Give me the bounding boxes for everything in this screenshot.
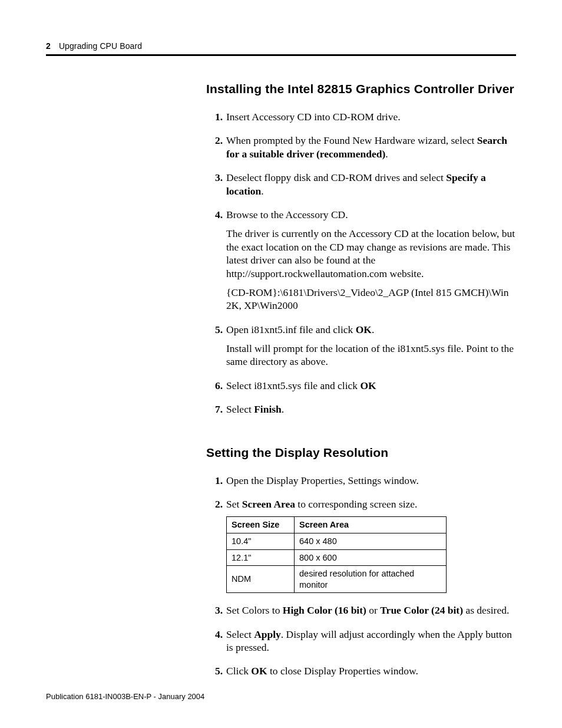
resolution-table: Screen SizeScreen Area10.4"640 x 48012.1… [226, 516, 447, 593]
table-cell: 640 x 480 [295, 533, 447, 549]
text-run: Set [226, 498, 242, 510]
section-heading: Setting the Display Resolution [206, 446, 516, 460]
step-item: Set Colors to High Color (16 bit) or Tru… [206, 604, 516, 617]
text-run: Install will prompt for the location of … [226, 342, 514, 367]
step-item: When prompted by the Found New Hardware … [206, 134, 516, 160]
text-run: to corresponding screen size. [295, 498, 418, 510]
table-row: 12.1"800 x 600 [227, 549, 447, 566]
table-cell: 800 x 600 [295, 549, 447, 566]
table-cell: 10.4" [227, 533, 295, 549]
text-run: True Color (24 bit) [380, 604, 463, 616]
text-run: Apply [254, 628, 281, 640]
step-item: Browse to the Accessory CD.The driver is… [206, 208, 516, 312]
text-run: OK [360, 380, 376, 391]
text-run: or [366, 604, 380, 616]
steps-list: Open the Display Properties, Settings wi… [206, 474, 516, 678]
step-item: Select Finish. [206, 403, 516, 416]
steps-list: Insert Accessory CD into CD-ROM drive.Wh… [206, 110, 516, 416]
step-item: Set Screen Area to corresponding screen … [206, 498, 516, 593]
step-paragraph: Install will prompt for the location of … [226, 342, 516, 368]
step-item: Insert Accessory CD into CD-ROM drive. [206, 110, 516, 123]
table-cell: desired resolution for attached monitor [295, 566, 447, 593]
text-run: as desired. [463, 604, 509, 616]
text-run: to close Display Properties window. [267, 665, 418, 677]
text-run: OK [356, 324, 372, 335]
text-run: OK [251, 665, 267, 677]
step-item: Click OK to close Display Properties win… [206, 664, 516, 677]
running-title: Upgrading CPU Board [59, 41, 142, 51]
content-column: Installing the Intel 82815 Graphics Cont… [206, 82, 516, 678]
step-item: Deselect floppy disk and CD-ROM drives a… [206, 171, 516, 197]
table-row: NDMdesired resolution for attached monit… [227, 566, 447, 593]
text-run: Select [226, 628, 254, 640]
text-run: When prompted by the Found New Hardware … [226, 134, 477, 146]
text-run: Deselect floppy disk and CD-ROM drives a… [226, 172, 446, 183]
table-cell: 12.1" [227, 549, 295, 566]
table-cell: NDM [227, 566, 295, 593]
table-header: Screen Size [227, 517, 295, 533]
step-item: Open i81xnt5.inf file and click OK.Insta… [206, 323, 516, 368]
text-run: The driver is currently on the Accessory… [226, 228, 515, 279]
text-run: Finish [254, 403, 282, 415]
section-heading: Installing the Intel 82815 Graphics Cont… [206, 82, 516, 96]
step-item: Open the Display Properties, Settings wi… [206, 474, 516, 487]
running-header: 2Upgrading CPU Board [46, 41, 516, 51]
text-run: Select [226, 403, 254, 415]
text-run: Browse to the Accessory CD. [226, 209, 348, 220]
step-item: Select Apply. Display will adjust accord… [206, 628, 516, 654]
text-run: Insert Accessory CD into CD-ROM drive. [226, 111, 401, 123]
text-run: Set Colors to [226, 604, 283, 616]
text-run: Open the Display Properties, Settings wi… [226, 475, 419, 486]
text-run: . [385, 148, 388, 160]
page: 2Upgrading CPU Board Installing the Inte… [0, 0, 562, 728]
text-run: Select i81xnt5.sys file and click [226, 380, 360, 391]
header-rule [46, 54, 516, 56]
text-run: High Color (16 bit) [283, 604, 366, 616]
text-run: Screen Area [242, 498, 295, 510]
text-run: . [261, 185, 263, 197]
text-run: . [372, 324, 374, 335]
text-run: Open i81xnt5.inf file and click [226, 324, 356, 335]
table-row: 10.4"640 x 480 [227, 533, 447, 549]
step-paragraph: The driver is currently on the Accessory… [226, 227, 516, 280]
text-run: Click [226, 665, 251, 677]
table-header: Screen Area [295, 517, 447, 533]
publication-footer: Publication 6181-IN003B-EN-P - January 2… [46, 692, 204, 701]
text-run: . [282, 403, 284, 415]
step-paragraph: {CD-ROM}:\6181\Drivers\2_Video\2_AGP (In… [226, 286, 516, 312]
step-table-wrapper: Screen SizeScreen Area10.4"640 x 48012.1… [226, 516, 516, 593]
page-number: 2 [46, 41, 51, 51]
step-item: Select i81xnt5.sys file and click OK [206, 379, 516, 392]
text-run: {CD-ROM}:\6181\Drivers\2_Video\2_AGP (In… [226, 286, 509, 311]
